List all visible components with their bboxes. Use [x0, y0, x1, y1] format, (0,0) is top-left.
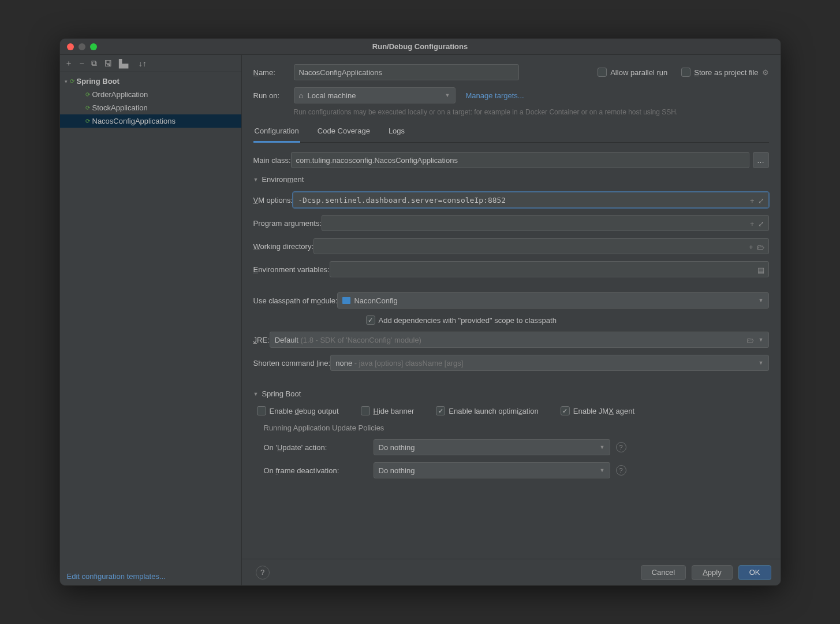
folder-icon[interactable]: 🗁	[757, 243, 764, 251]
vm-options-label: VM options:	[253, 196, 293, 205]
program-args-input[interactable]	[322, 215, 768, 231]
classpath-module-dropdown[interactable]: NaconConfig ▼	[337, 292, 768, 309]
on-frame-dropdown[interactable]: Do nothing ▼	[374, 462, 610, 478]
browse-main-class-button[interactable]: …	[753, 152, 769, 168]
on-frame-label: On frame deactivation:	[264, 466, 374, 475]
folder-icon[interactable]: 🗁	[746, 336, 754, 344]
gear-icon[interactable]: ⚙	[762, 68, 769, 77]
chevron-down-icon: ▼	[759, 337, 764, 343]
tree-item-order[interactable]: ⟳ OrderApplication	[60, 88, 241, 101]
help-button[interactable]: ?	[256, 566, 270, 580]
spring-icon: ⟳	[85, 118, 90, 124]
enable-debug-checkbox[interactable]: Enable debug output	[257, 406, 339, 415]
tree-root-spring-boot[interactable]: ▾ ⟳ Spring Boot	[60, 75, 241, 88]
chevron-down-icon: ▼	[253, 177, 259, 183]
environment-section[interactable]: ▼ Environment	[253, 175, 769, 184]
program-args-label: Program arguments:	[253, 219, 322, 228]
launch-opt-checkbox[interactable]: Enable launch optimization	[436, 406, 538, 415]
name-label: Name:	[253, 68, 294, 77]
expand-icon[interactable]: ⤢	[758, 220, 764, 228]
main-panel: Name: Allow parallel run Store as projec…	[242, 55, 781, 585]
spring-boot-section[interactable]: ▼ Spring Boot	[253, 389, 769, 398]
classpath-label: Use classpath of module:	[253, 296, 338, 305]
sidebar: ＋ − ⧉ 🖫 ▙▖ ↓↑ ▾ ⟳ Spring Boot ⟳ OrderApp…	[60, 55, 242, 585]
policies-header: Running Application Update Policies	[264, 424, 769, 432]
plus-icon[interactable]: +	[750, 220, 755, 228]
checkbox-icon	[361, 406, 370, 415]
jmx-checkbox[interactable]: Enable JMX agent	[561, 406, 634, 415]
shorten-label: Shorten command line:	[253, 359, 331, 367]
host-icon: ⌂	[299, 91, 304, 100]
main-class-input[interactable]	[291, 152, 749, 168]
working-dir-label: Working directory:	[253, 242, 314, 251]
chevron-down-icon: ▼	[445, 92, 450, 98]
close-icon[interactable]	[67, 43, 74, 50]
checkbox-icon	[681, 68, 690, 77]
run-on-label: Run on:	[253, 91, 294, 100]
cancel-button[interactable]: Cancel	[641, 565, 686, 580]
window-title: Run/Debug Configurations	[372, 42, 468, 51]
checkbox-icon	[598, 68, 607, 77]
help-icon[interactable]: ?	[616, 442, 626, 452]
chevron-down-icon: ▼	[759, 298, 764, 303]
checkbox-icon	[436, 406, 445, 415]
env-vars-input[interactable]	[330, 261, 769, 277]
manage-targets-link[interactable]: Manage targets...	[466, 91, 524, 100]
checkbox-icon	[366, 315, 375, 325]
expand-icon[interactable]: ⤢	[758, 196, 764, 205]
tab-configuration[interactable]: Configuration	[253, 123, 300, 143]
run-on-hint: Run configurations may be executed local…	[294, 107, 769, 117]
vm-options-input[interactable]	[293, 192, 768, 208]
name-input[interactable]	[294, 64, 519, 80]
folder-icon[interactable]: ▙▖	[119, 59, 132, 68]
copy-icon[interactable]: ⧉	[91, 58, 97, 68]
tab-coverage[interactable]: Code Coverage	[316, 123, 371, 142]
tabs: Configuration Code Coverage Logs	[253, 123, 769, 143]
apply-button[interactable]: Apply	[692, 565, 733, 580]
shorten-dropdown[interactable]: none - java [options] className [args] ▼	[330, 355, 768, 371]
working-dir-input[interactable]	[313, 238, 768, 254]
store-project-checkbox[interactable]: Store as project file	[681, 68, 758, 77]
chevron-down-icon: ▼	[600, 467, 605, 473]
env-vars-label: Environment variables:	[253, 265, 330, 274]
titlebar: Run/Debug Configurations	[60, 39, 781, 55]
list-icon[interactable]: ▤	[757, 266, 764, 274]
allow-parallel-checkbox[interactable]: Allow parallel run	[598, 68, 667, 77]
maximize-icon[interactable]	[90, 43, 97, 50]
on-update-dropdown[interactable]: Do nothing ▼	[374, 439, 610, 455]
jre-label: JRE:	[253, 336, 270, 344]
sort-icon[interactable]: ↓↑	[139, 59, 147, 68]
run-on-dropdown[interactable]: ⌂ Local machine ▼	[294, 87, 456, 103]
checkbox-icon	[257, 406, 266, 415]
tab-logs[interactable]: Logs	[387, 123, 406, 142]
save-icon[interactable]: 🖫	[104, 59, 112, 68]
help-icon[interactable]: ?	[616, 465, 626, 476]
chevron-down-icon: ▼	[759, 360, 764, 366]
run-debug-dialog: Run/Debug Configurations ＋ − ⧉ 🖫 ▙▖ ↓↑ ▾…	[59, 38, 781, 586]
spring-icon: ⟳	[70, 78, 74, 84]
chevron-down-icon: ▼	[253, 391, 259, 397]
tree-item-stock[interactable]: ⟳ StockApplication	[60, 101, 241, 114]
traffic-lights	[67, 43, 97, 50]
main-class-label: Main class:	[253, 156, 291, 165]
add-icon[interactable]: ＋	[65, 58, 73, 69]
config-tree: ▾ ⟳ Spring Boot ⟳ OrderApplication ⟳ Sto…	[60, 72, 241, 567]
hide-banner-checkbox[interactable]: Hide banner	[361, 406, 415, 415]
remove-icon[interactable]: −	[80, 59, 84, 68]
module-icon	[342, 297, 350, 304]
spring-icon: ⟳	[85, 91, 90, 98]
add-provided-checkbox[interactable]: Add dependencies with "provided" scope t…	[366, 315, 557, 325]
chevron-down-icon: ▼	[600, 444, 605, 450]
tree-item-nacos[interactable]: ⟳ NacosConfigApplications	[60, 114, 241, 128]
jre-dropdown[interactable]: Default (1.8 - SDK of 'NaconConfig' modu…	[270, 332, 769, 348]
on-update-label: On 'Update' action:	[264, 443, 374, 452]
checkbox-icon	[561, 406, 570, 415]
minimize-icon[interactable]	[79, 43, 85, 50]
edit-templates-link[interactable]: Edit configuration templates...	[60, 567, 241, 585]
sidebar-toolbar: ＋ − ⧉ 🖫 ▙▖ ↓↑	[60, 55, 241, 72]
plus-icon[interactable]: +	[749, 243, 753, 251]
ok-button[interactable]: OK	[738, 565, 771, 580]
spring-icon: ⟳	[85, 105, 90, 111]
plus-icon[interactable]: +	[750, 196, 755, 205]
expand-icon: ▾	[65, 79, 68, 84]
